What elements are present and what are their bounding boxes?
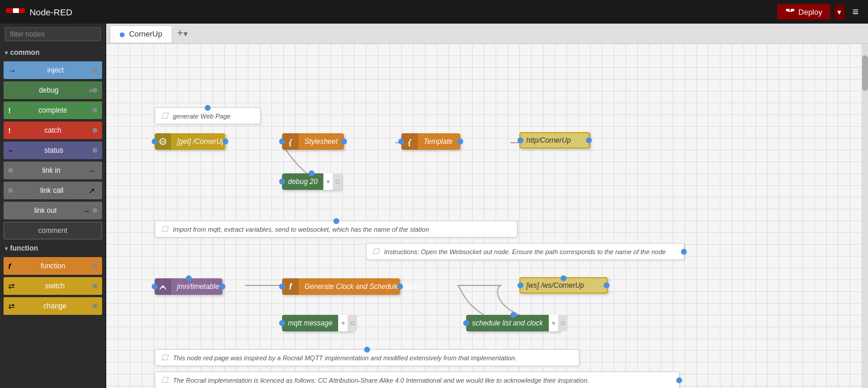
complete-port [93,108,97,113]
comment4-icon: ☐ [161,353,168,362]
svg-point-9 [162,285,164,288]
stylesheet-text: Stylesheet [299,137,343,146]
ws-port-right [604,282,610,288]
switch-port [93,284,97,288]
sidebar-item-status[interactable]: ~ status [4,142,102,159]
deploy-dropdown-button[interactable]: ▾ [834,5,845,19]
node-get-cornerup[interactable]: W [get] /CornerUp [155,133,225,150]
filter-nodes-input[interactable] [5,27,101,41]
debug-status-icon: □ [336,179,339,185]
svg-rect-2 [19,8,25,13]
status-icon: ~ [8,146,13,155]
status-port [93,148,97,153]
sidebar-item-inject[interactable]: → inject [4,61,102,79]
tab-cornerup[interactable]: CornerUp [110,25,172,42]
change-icon: ⇄ [8,302,15,311]
schedule-text: schedule list and clock [466,319,549,327]
template-port-left [398,139,404,144]
node-ws-cornerup[interactable]: [ws] /ws/CornerUp [519,277,608,294]
scrollbar-thumb[interactable] [862,55,868,91]
topbar-right: Deploy ▾ ≡ [777,4,862,19]
comment-instructions[interactable]: ☐ Instructions: Open the Websocket out n… [366,243,684,260]
comment-label: comment [9,226,97,235]
sidebar-item-function[interactable]: f function [4,257,102,275]
node-schedule-list[interactable]: schedule list and clock ≡ □ [466,315,561,331]
linkcall-port-left [8,188,13,193]
inject-port [93,68,97,73]
vertical-scrollbar[interactable] [862,44,868,388]
inspired-text: This node red page was inspired by a Roc… [173,354,517,361]
schedule-port-top [510,312,516,318]
svg-rect-1 [13,8,19,13]
mqttmsg-text: mqtt message [282,319,338,327]
tab-bar: CornerUp + ▾ [106,24,868,44]
category-function[interactable]: ▾ function [0,241,106,256]
schedule-status-icon: □ [561,320,564,326]
comment-import-mqtt[interactable]: ☐ Import from mqtt, extract variables, s… [155,221,517,238]
sidebar-item-link-in[interactable]: link in → [4,162,102,179]
http-resp-text: http/CornerUp [520,136,577,144]
debug-lines-icon: ≡ [326,179,329,185]
node-stylesheet[interactable]: { Stylesheet [282,133,344,150]
hamburger-menu-button[interactable]: ≡ [849,5,862,19]
ws-text: [ws] /ws/CornerUp [520,281,590,290]
complete-icon: ! [8,106,11,115]
sidebar-item-link-out[interactable]: link out → [4,202,102,219]
sidebar-item-comment[interactable]: comment [4,222,102,239]
schedule-lines-icon: ≡ [552,320,555,326]
tab-scroll-button[interactable]: ▾ [184,29,188,38]
sidebar-item-switch[interactable]: ⇄ switch [4,277,102,295]
debug20-bar: ≡ □ [323,173,342,190]
node-debug20[interactable]: debug 20 ≡ □ [282,173,341,190]
linkin-label: link in [15,166,87,175]
comment-icon: ☐ [161,111,168,120]
mqttmsg-status-icon: □ [351,320,354,326]
flow-canvas[interactable]: ☐ generate Web Page W [get] /CornerUp { … [106,44,868,388]
svg-rect-0 [6,8,13,13]
node-mqtt-message[interactable]: mqtt message ≡ □ [282,315,353,331]
comment2-icon: ☐ [161,225,168,234]
catch-label: catch [13,126,93,134]
http-resp-port-right [586,137,592,143]
app-title: Node-RED [30,7,73,17]
comment-licence[interactable]: ☐ The Rocrail implementation is licenced… [155,371,680,388]
debug20-text: debug 20 [282,177,323,186]
linkcall-icon: ↗ [89,186,95,195]
sidebar-item-debug[interactable]: debug ≡ [4,81,102,99]
comment3-icon: ☐ [372,247,379,256]
get-cornerup-port-right [222,139,228,144]
instructions-text: Instructions: Open the Websocket out nod… [384,248,666,255]
category-common-label: common [10,48,40,57]
deploy-icon [785,7,795,17]
sidebar-item-complete[interactable]: ! complete [4,101,102,119]
node-template[interactable]: { Template [401,133,460,150]
comment5-icon: ☐ [161,376,168,384]
inject-icon: → [8,66,16,75]
sidebar-item-link-call[interactable]: link call ↗ [4,182,102,199]
comment-generate-web-page[interactable]: ☐ generate Web Page [155,107,261,124]
switch-icon: ⇄ [8,282,15,291]
stylesheet-port-right [341,139,347,144]
node-http-cornerup[interactable]: http/CornerUp [519,132,590,149]
category-common[interactable]: ▾ common [0,45,106,60]
mqttmsg-port-left [279,320,285,326]
genclock-port-right [397,284,403,290]
instructions-port-right [681,249,687,255]
schedule-bar: ≡ □ [549,315,568,331]
comment-inspired[interactable]: ☐ This node red page was inspired by a R… [155,349,579,366]
node-generate-clock[interactable]: f Generate Clock and Schedule Table [282,278,400,295]
deploy-button[interactable]: Deploy [777,4,830,19]
linkcall-label: link call [15,186,89,195]
add-tab-button[interactable]: + [177,27,184,40]
change-port [93,304,97,308]
function-label: function [13,262,93,270]
complete-label: complete [13,106,93,114]
tab-label: CornerUp [129,29,162,38]
node-jmri-timetable[interactable]: jmri/timetable [155,278,222,295]
inject-label: inject [18,66,93,74]
sidebar-item-catch[interactable]: ! catch [4,121,102,139]
sidebar-item-change[interactable]: ⇄ change [4,297,102,315]
topbar: Node-RED Deploy ▾ ≡ [0,0,868,24]
chevron-icon: ▾ [5,50,8,56]
debug20-port-top [309,170,315,176]
